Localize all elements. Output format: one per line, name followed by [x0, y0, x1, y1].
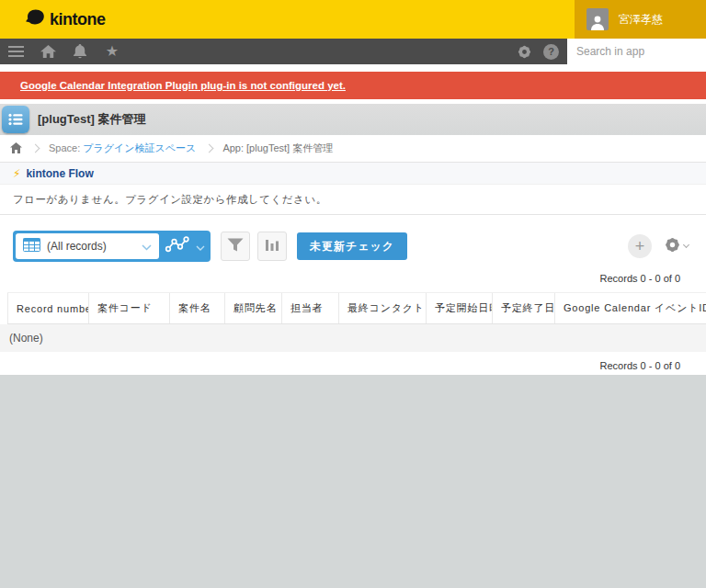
kintone-logo[interactable]: kintone — [0, 9, 575, 29]
chevron-down-icon — [196, 238, 205, 254]
column-header-client-name[interactable]: 顧問先名 — [225, 293, 282, 324]
app-icon[interactable] — [2, 106, 29, 133]
toolbar-right-group: + — [628, 234, 693, 258]
column-header-record-number[interactable]: Record number — [8, 293, 89, 324]
kintone-page: kintone 宮澤孝慈 ★ — [0, 0, 706, 588]
kintone-flow-message: フローがありません。プラグイン設定から作成してください。 — [0, 184, 706, 215]
app-title-bar: [plugTest] 案件管理 — [0, 104, 706, 135]
global-navbar: ★ ? — [0, 39, 706, 64]
home-icon[interactable] — [39, 42, 57, 61]
table-view-icon — [23, 238, 40, 255]
plugin-alert-banner: Google Calendar Integration Plugin plug-… — [0, 72, 706, 99]
plugin-alert-link[interactable]: Google Calendar Integration Plugin plug-… — [20, 80, 346, 91]
add-record-button[interactable]: + — [628, 234, 652, 258]
column-header-assignee[interactable]: 担当者 — [282, 293, 339, 324]
notification-bell-icon[interactable] — [71, 42, 89, 61]
user-avatar-icon — [586, 8, 609, 30]
gear-icon — [664, 236, 681, 257]
breadcrumb-app: App: [plugTest] 案件管理 — [222, 141, 333, 155]
kintone-flow-header: ⚡ kintone Flow — [0, 162, 706, 184]
kintone-flow-title[interactable]: kintone Flow — [26, 167, 93, 180]
column-header-google-calendar-event-id[interactable]: Google Calendar イベントID — [555, 293, 706, 324]
view-selector[interactable]: (All records) — [13, 231, 211, 262]
records-count-top: Records 0 - 0 of 0 — [0, 262, 706, 286]
lightning-icon: ⚡ — [13, 168, 20, 179]
main-content: kintone 宮澤孝慈 ★ — [0, 0, 706, 375]
settings-gear-icon[interactable] — [515, 42, 533, 61]
breadcrumb-space: Space: プラグイン検証スペース — [49, 141, 196, 155]
search-input[interactable] — [567, 39, 706, 64]
kintone-bird-icon — [26, 9, 45, 29]
breadcrumb-space-label: Space: — [49, 142, 80, 153]
page-title: [plugTest] 案件管理 — [38, 111, 145, 128]
record-list-toolbar: (All records) — [0, 231, 706, 262]
breadcrumb: Space: プラグイン検証スペース App: [plugTest] 案件管理 — [0, 135, 706, 162]
view-selector-label: (All records) — [47, 240, 135, 253]
nav-icon-group: ★ — [0, 42, 121, 61]
unupdated-check-button[interactable]: 未更新チェック — [297, 232, 407, 260]
records-count-bottom: Records 0 - 0 of 0 — [0, 352, 706, 375]
menu-hamburger-icon[interactable] — [6, 42, 25, 61]
brand-wordmark: kintone — [50, 10, 106, 29]
funnel-icon — [227, 238, 244, 255]
column-header-last-contact-date[interactable]: 最終コンタクト日 — [339, 293, 427, 324]
empty-table-row: (None) — [0, 324, 706, 352]
page-background — [0, 375, 706, 588]
user-name: 宮澤孝慈 — [619, 12, 663, 28]
chart-button[interactable] — [257, 232, 287, 261]
spacer — [0, 64, 706, 72]
nav-right-group: ? — [515, 42, 559, 61]
records-table: Record number 案件コード 案件名 顧問先名 担当者 最終コンタクト… — [7, 292, 706, 324]
filter-button[interactable] — [221, 232, 250, 261]
breadcrumb-separator-icon — [31, 143, 40, 153]
chevron-down-icon — [142, 238, 152, 254]
column-header-case-name[interactable]: 案件名 — [170, 293, 225, 324]
top-header: kintone 宮澤孝慈 — [0, 0, 706, 39]
help-icon[interactable]: ? — [543, 44, 559, 60]
breadcrumb-space-link[interactable]: プラグイン検証スペース — [83, 142, 196, 153]
flow-graph-menu[interactable] — [159, 231, 211, 262]
view-dropdown[interactable]: (All records) — [16, 233, 159, 259]
column-header-case-code[interactable]: 案件コード — [89, 293, 170, 324]
column-header-end-datetime[interactable]: 予定終了日時 — [493, 293, 555, 324]
table-header-row: Record number 案件コード 案件名 顧問先名 担当者 最終コンタクト… — [8, 293, 706, 324]
bar-chart-icon — [266, 238, 279, 254]
user-menu[interactable]: 宮澤孝慈 — [575, 0, 706, 39]
graph-network-icon — [165, 236, 189, 256]
breadcrumb-home-icon[interactable] — [10, 142, 22, 155]
column-header-start-datetime[interactable]: 予定開始日時 — [427, 293, 493, 324]
list-settings-button[interactable] — [664, 236, 689, 257]
chevron-down-icon — [683, 242, 689, 248]
breadcrumb-separator-icon — [205, 143, 214, 153]
favorites-star-icon[interactable]: ★ — [103, 42, 121, 61]
